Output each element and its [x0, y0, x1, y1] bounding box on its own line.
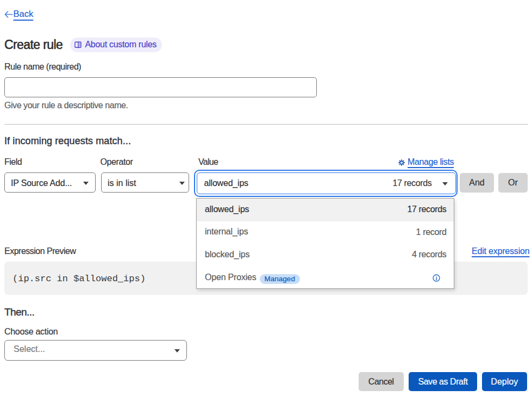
- svg-text:i: i: [435, 275, 437, 281]
